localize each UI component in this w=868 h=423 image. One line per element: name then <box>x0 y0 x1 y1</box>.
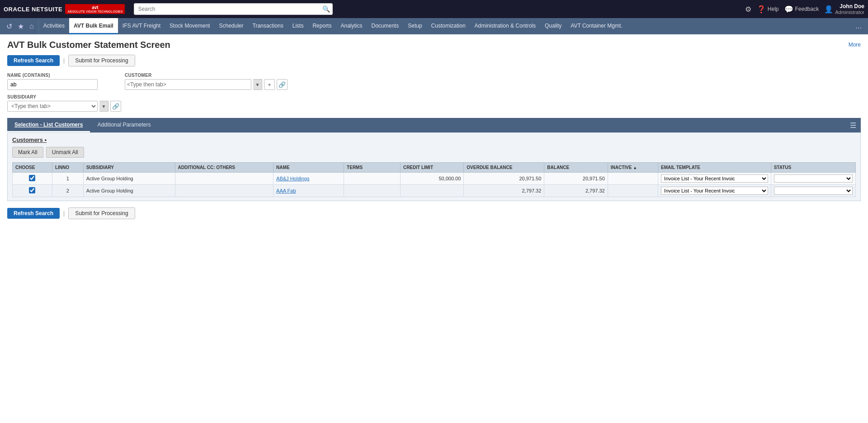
help-button[interactable]: ❓ Help <box>757 5 779 14</box>
tab-additional-parameters[interactable]: Additional Parameters <box>90 118 158 132</box>
row1-additionalcc-cell <box>175 173 274 185</box>
row1-status-cell[interactable] <box>771 173 855 185</box>
row1-status-select[interactable] <box>774 174 853 183</box>
avt-logo-subtext: ABSOLUTE VISION TECHNOLOGIES <box>67 10 123 14</box>
menu-item-admin-controls[interactable]: Administration & Controls <box>470 18 540 34</box>
col-header-balance: BALANCE <box>544 163 608 173</box>
row2-checkbox[interactable] <box>29 187 35 193</box>
top-right-area: ⚙ ❓ Help 💬 Feedback 👤 John Doe Administr… <box>745 3 864 15</box>
row1-inactive-cell <box>608 173 658 185</box>
customer-filter-label: CUSTOMER <box>125 73 288 78</box>
top-refresh-search-button[interactable]: Refresh Search <box>7 55 60 66</box>
menu-item-analytics[interactable]: Analytics <box>336 18 367 34</box>
tab-selection-list-customers[interactable]: Selection - List Customers <box>7 118 90 132</box>
row1-terms-cell <box>344 173 401 185</box>
col-header-emailtemplate: EMAIL TEMPLATE <box>658 163 771 173</box>
row1-name-cell[interactable]: AB&J Holdings <box>274 173 344 185</box>
name-filter-input[interactable] <box>7 79 98 90</box>
row2-additionalcc-cell <box>175 185 274 197</box>
table-header-row: CHOOSE LINNO SUBSIDIARY ADDITIONAL CC: O… <box>13 163 856 173</box>
page-content: AVT Bulk Customer Statement Screen More … <box>0 34 868 231</box>
table-action-bar: Mark All Unmark All <box>12 147 856 158</box>
star-icon[interactable]: ★ <box>17 21 25 32</box>
top-submit-for-processing-button[interactable]: Submit for Processing <box>68 55 135 66</box>
col-header-linno: LINNO <box>52 163 83 173</box>
user-name: John Doe <box>835 3 864 9</box>
avt-logo-text: avt <box>92 5 98 10</box>
menu-item-activities[interactable]: Activities <box>39 18 69 34</box>
menu-item-quality[interactable]: Quality <box>540 18 566 34</box>
menu-item-ifs-avt-freight[interactable]: IFS AVT Freight <box>118 18 165 34</box>
row1-emailtemplate-select[interactable]: Invoice List - Your Recent Invoic <box>661 174 768 183</box>
menu-item-reports[interactable]: Reports <box>308 18 336 34</box>
row2-emailtemplate-cell[interactable]: Invoice List - Your Recent Invoic <box>658 185 771 197</box>
menu-bar: ↺ ★ ⌂ Activities AVT Bulk Email IFS AVT … <box>0 18 868 34</box>
customer-select[interactable]: <Type then tab> <box>125 79 251 90</box>
customers-table-section: Customers • Mark All Unmark All CHOOSE L… <box>7 132 861 201</box>
customer-open-button[interactable]: 🔗 <box>277 79 288 90</box>
home-icon[interactable]: ↺ <box>5 21 13 32</box>
user-role: Administrator <box>835 9 864 15</box>
row1-creditlimit-cell: 50,000.00 <box>400 173 463 185</box>
menu-item-customization[interactable]: Customization <box>427 18 470 34</box>
row2-status-select[interactable] <box>774 187 853 195</box>
subsidiary-open-button[interactable]: 🔗 <box>110 101 121 112</box>
recent-activity-button[interactable]: ⚙ <box>745 5 751 14</box>
row2-status-cell[interactable] <box>771 185 855 197</box>
row2-name-cell[interactable]: AAA Fab <box>274 185 344 197</box>
feedback-button[interactable]: 💬 Feedback <box>784 5 819 14</box>
logo-area: ORACLE NETSUITE avt ABSOLUTE VISION TECH… <box>4 4 125 14</box>
house-icon[interactable]: ⌂ <box>28 21 35 31</box>
filters-section: NAME (CONTAINS) CUSTOMER <Type then tab>… <box>7 73 861 112</box>
customer-add-button[interactable]: + <box>264 79 275 90</box>
row1-checkbox[interactable] <box>29 175 35 181</box>
row1-linno-cell: 1 <box>52 173 83 185</box>
row2-balance-cell: 2,797.32 <box>544 185 608 197</box>
page-more-link[interactable]: More <box>849 42 861 48</box>
row1-overduebalance-cell: 20,971.50 <box>464 173 544 185</box>
customer-filter-group: CUSTOMER <Type then tab> ▼ + 🔗 <box>125 73 288 90</box>
row1-emailtemplate-cell[interactable]: Invoice List - Your Recent Invoic <box>658 173 771 185</box>
customer-select-wrap: <Type then tab> ▼ + 🔗 <box>125 79 288 90</box>
col-header-terms: TERMS <box>344 163 401 173</box>
menu-item-stock-movement[interactable]: Stock Movement <box>165 18 214 34</box>
subsidiary-select[interactable]: <Type then tab> <box>7 101 98 112</box>
menu-more-button[interactable]: ... <box>851 18 866 34</box>
row2-emailtemplate-select[interactable]: Invoice List - Your Recent Invoic <box>661 187 768 195</box>
bottom-submit-for-processing-button[interactable]: Submit for Processing <box>68 207 135 219</box>
bottom-toolbar: Refresh Search | Submit for Processing <box>7 207 861 219</box>
col-header-choose: CHOOSE <box>13 163 52 173</box>
top-toolbar: Refresh Search | Submit for Processing <box>7 55 861 66</box>
customer-dropdown-arrow[interactable]: ▼ <box>253 79 262 90</box>
row1-subsidiary-cell: Active Group Holding <box>83 173 175 185</box>
row2-inactive-cell <box>608 185 658 197</box>
row2-terms-cell <box>344 185 401 197</box>
col-header-status: STATUS <box>771 163 855 173</box>
row1-choose-cell[interactable] <box>13 173 52 185</box>
search-icon: 🔍 <box>322 5 330 13</box>
bottom-refresh-search-button[interactable]: Refresh Search <box>7 208 60 219</box>
col-header-inactive[interactable]: INACTIVE ▲ <box>608 163 658 173</box>
subsidiary-filter-label: SUBSIDIARY <box>7 94 121 99</box>
menu-item-scheduler[interactable]: Scheduler <box>214 18 248 34</box>
search-bar[interactable]: 🔍 <box>134 3 333 15</box>
menu-item-lists[interactable]: Lists <box>288 18 308 34</box>
top-navigation: ORACLE NETSUITE avt ABSOLUTE VISION TECH… <box>0 0 868 18</box>
menu-item-setup[interactable]: Setup <box>403 18 426 34</box>
row2-creditlimit-cell <box>400 185 463 197</box>
subsidiary-dropdown-arrow[interactable]: ▼ <box>99 101 108 112</box>
unmark-all-button[interactable]: Unmark All <box>46 147 84 158</box>
menu-item-avt-bulk-email[interactable]: AVT Bulk Email <box>69 18 118 34</box>
menu-item-avt-container[interactable]: AVT Container Mgmt. <box>566 18 627 34</box>
col-header-creditlimit: CREDIT LIMIT <box>400 163 463 173</box>
mark-all-button[interactable]: Mark All <box>12 147 43 158</box>
menu-item-documents[interactable]: Documents <box>367 18 404 34</box>
row2-choose-cell[interactable] <box>13 185 52 197</box>
search-input[interactable] <box>134 3 333 15</box>
col-header-overduebalance: OVERDUE BALANCE <box>464 163 544 173</box>
tab-collapse-button[interactable]: ☰ <box>845 121 861 130</box>
row2-overduebalance-cell: 2,797.32 <box>464 185 544 197</box>
help-label: Help <box>768 6 779 12</box>
user-menu[interactable]: 👤 John Doe Administrator <box>824 3 864 15</box>
menu-item-transactions[interactable]: Transactions <box>248 18 288 34</box>
